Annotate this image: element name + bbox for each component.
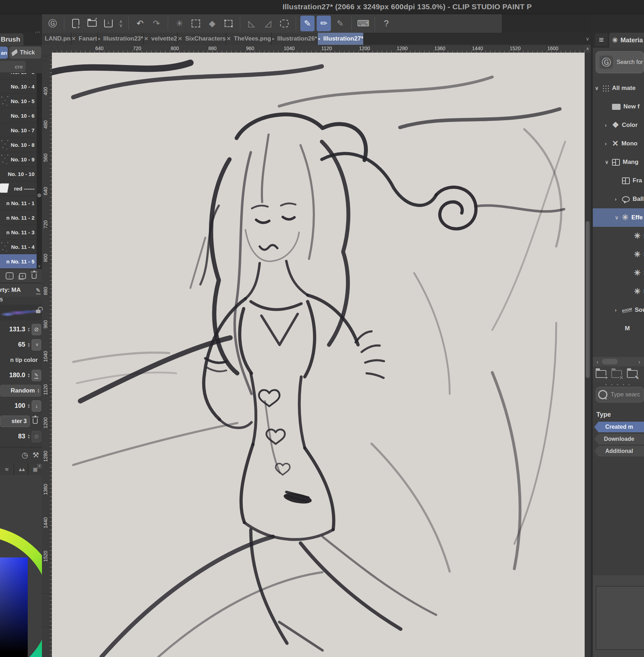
help-button[interactable]: ? xyxy=(379,16,393,31)
vector-pen-tool-button[interactable]: ✎ xyxy=(300,16,315,31)
delete-texture-icon[interactable] xyxy=(33,418,38,424)
expander-icon[interactable]: › xyxy=(605,122,609,128)
document-tab[interactable]: ● Illustration26* xyxy=(272,33,317,45)
document-tab[interactable]: LAND.pn xyxy=(42,33,71,45)
property-value[interactable]: 83 xyxy=(18,433,25,440)
wrench-settings-icon[interactable]: ⚒ xyxy=(32,451,39,459)
brush-list-scrollbar[interactable]: ∨ xyxy=(37,73,42,269)
tab-marker-icon[interactable]: ● xyxy=(318,36,320,41)
brush-tool-button[interactable]: ✏ xyxy=(317,16,331,31)
tab-marker-icon[interactable]: ✕ xyxy=(71,36,76,42)
scroll-down-icon[interactable]: ∨ xyxy=(37,264,42,268)
material-tree-item[interactable]: Fra xyxy=(593,171,644,190)
material-tree-item[interactable]: S xyxy=(593,245,644,264)
brush-list-item[interactable]: No. 11 - 4 xyxy=(0,240,37,254)
brush-list-item[interactable]: No. 10 - 7 xyxy=(0,123,37,137)
scroll-up-icon[interactable]: ∧ xyxy=(585,45,591,53)
scrollbar-knob[interactable] xyxy=(37,193,41,197)
type-filter-button[interactable]: Created m xyxy=(594,422,644,432)
import-brush-icon[interactable]: ↓ xyxy=(6,272,14,279)
property-value[interactable]: 100 xyxy=(15,402,25,410)
property-value[interactable]: 131.3 xyxy=(9,326,25,333)
selection-polyline-button[interactable]: ◿ xyxy=(261,16,275,31)
tab-marker-icon[interactable]: ✕ xyxy=(144,36,149,42)
material-tree-item[interactable]: › Sou xyxy=(593,301,644,319)
saturation-value-square[interactable] xyxy=(0,557,28,657)
property-value[interactable]: 65 xyxy=(18,341,25,348)
brush-list-item[interactable]: No. 10 - 4 xyxy=(0,79,37,94)
expander-icon[interactable]: › xyxy=(615,307,619,313)
quick-access-keypad-button[interactable]: ⌨ xyxy=(356,16,370,31)
tab-color-wheel[interactable]: ▲▲ xyxy=(14,464,28,475)
material-tree-item[interactable]: ∨ Mang xyxy=(593,153,644,171)
material-tree-item[interactable]: ∨ All mate xyxy=(593,79,644,97)
document-tab[interactable]: ✕ SixCharacters xyxy=(178,33,226,45)
tag-search-input[interactable]: Type searc xyxy=(596,387,644,402)
edit-settings-icon[interactable]: ✎ xyxy=(36,287,41,294)
scroll-right-icon[interactable]: › xyxy=(635,359,644,365)
brush-list-item[interactable]: n No. 11 - 1 xyxy=(0,196,37,210)
edit-folder-icon[interactable]: ✎ xyxy=(627,370,638,378)
tab-marker-icon[interactable]: ● xyxy=(272,36,274,41)
material-tree-item[interactable]: › Ball xyxy=(593,190,644,208)
brush-list-item[interactable]: n No. 11 - 3 xyxy=(0,225,37,239)
reset-timer-icon[interactable]: ◷ xyxy=(22,451,28,459)
tab-brush[interactable]: Brush xyxy=(0,33,23,46)
brush-list-item[interactable]: n No. 11 - 2 xyxy=(0,210,37,225)
save-options-stepper[interactable]: ∧∨ xyxy=(118,16,124,31)
new-document-button[interactable]: + xyxy=(69,16,83,31)
material-tree-item[interactable]: B xyxy=(593,282,644,301)
undo-button[interactable]: ↶ xyxy=(133,16,147,31)
brush-list-item[interactable]: No. 10 - 6 xyxy=(0,108,37,123)
panel-drag-dots[interactable]: • • • • • xyxy=(593,383,644,386)
type-filter-button[interactable]: Additional xyxy=(594,446,644,456)
tab-material[interactable]: ✳ Materia xyxy=(609,33,644,48)
property-value[interactable]: 180.0 xyxy=(9,372,25,379)
brush-list-item[interactable]: No. 10 - 10 xyxy=(0,167,37,181)
subtool-cre-button[interactable]: cre xyxy=(0,61,26,72)
brush-list-item[interactable]: No. 10 - 5 xyxy=(0,94,37,108)
select-area-button[interactable] xyxy=(189,16,203,31)
scrollbar-thumb[interactable] xyxy=(602,359,618,364)
subtool-active-button[interactable]: an xyxy=(0,47,8,59)
expander-icon[interactable]: ∨ xyxy=(595,85,599,91)
tab-marker-icon[interactable]: ✕ xyxy=(178,36,182,42)
expander-icon[interactable]: ∨ xyxy=(605,159,609,165)
material-tree-item[interactable]: M xyxy=(593,319,644,338)
brush-list-item[interactable]: red ------ xyxy=(0,181,37,196)
canvas-viewport[interactable] xyxy=(52,53,585,657)
material-tree-item[interactable]: New f xyxy=(593,97,644,116)
tab-marker-icon[interactable]: ● xyxy=(98,36,100,41)
brush-stroke-preview[interactable] xyxy=(0,305,42,320)
document-tab[interactable]: ● Illustration27* xyxy=(318,33,363,45)
selection-lasso-button[interactable]: ◺ xyxy=(245,16,259,31)
material-tree-item[interactable]: › Color xyxy=(593,116,644,134)
mini-chevron-icon[interactable]: ∨ xyxy=(37,464,42,468)
subtool-thick-button[interactable]: Thick xyxy=(9,47,41,59)
random-dropdown[interactable]: Random ▲▼ xyxy=(0,385,41,397)
document-tab[interactable]: ✕ TheVees.png xyxy=(226,33,271,45)
tab-marker-icon[interactable]: ✕ xyxy=(226,36,231,42)
stepper-icon[interactable]: ▲▼ xyxy=(27,342,30,347)
transform-button[interactable] xyxy=(221,16,236,31)
panel-menu-icon[interactable]: ≡ xyxy=(595,33,608,46)
stepper-icon[interactable]: ▲▼ xyxy=(27,434,30,439)
type-filter-button[interactable]: Downloade xyxy=(594,434,644,444)
double-chevron-button[interactable]: « xyxy=(32,339,41,351)
document-tab[interactable]: ✕ velvette2 xyxy=(144,33,177,45)
delete-brush-icon[interactable] xyxy=(32,273,37,279)
tab-color-history[interactable]: ▦ ∨ xyxy=(28,464,42,475)
expander-icon[interactable]: › xyxy=(615,196,619,202)
brush-list-item[interactable]: No. 10 - 3 xyxy=(0,73,37,79)
material-tree-item[interactable]: S xyxy=(593,227,644,245)
new-folder-icon[interactable]: + xyxy=(596,370,606,378)
open-file-button[interactable] xyxy=(85,16,99,31)
brush-list-item[interactable]: No. 10 - 8 xyxy=(0,138,37,152)
scroll-left-icon[interactable]: ‹ xyxy=(593,359,602,365)
invert-selection-button[interactable]: ◆ xyxy=(205,16,219,31)
selection-rect-button[interactable] xyxy=(277,16,291,31)
material-tree-item[interactable]: ∨ Effe xyxy=(593,208,644,227)
slash-circle-button[interactable]: ⊘ xyxy=(32,324,41,335)
redo-button[interactable]: ↷ xyxy=(149,16,163,31)
canvas-vertical-scrollbar[interactable]: ∧ xyxy=(585,45,591,657)
